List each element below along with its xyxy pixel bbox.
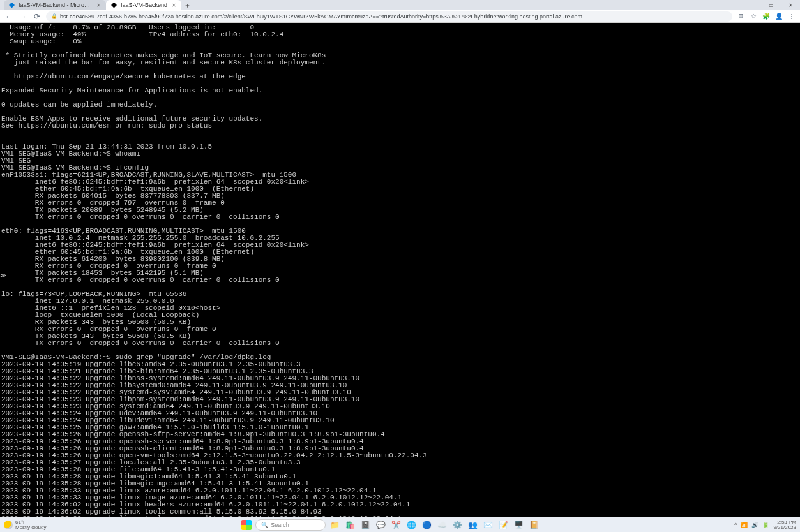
start-button[interactable] bbox=[240, 519, 253, 531]
system-tray: ^ 📶 🔊 🔋 2:53 PM 9/21/2023 bbox=[730, 520, 800, 530]
taskbar-app-teams[interactable]: 👥 bbox=[466, 519, 479, 531]
right-icons: 🖥 ☆ 🧩 👤 ⋮ bbox=[736, 12, 796, 21]
taskbar-app-onenote[interactable]: 📓 bbox=[359, 519, 372, 531]
taskbar-app-vs[interactable]: ⚙️ bbox=[451, 519, 464, 531]
new-tab-button[interactable]: ＋ bbox=[181, 1, 193, 10]
taskbar-app-copilot[interactable]: 💬 bbox=[374, 519, 387, 531]
window-maximize-button[interactable]: ▭ bbox=[762, 0, 781, 10]
window-buttons: — ▭ ✕ bbox=[743, 0, 800, 10]
terminal-icon bbox=[111, 3, 117, 8]
tab-label: IaaS-VM-Backend bbox=[121, 2, 167, 8]
search-icon: 🔍 bbox=[261, 522, 268, 528]
tray-battery-icon[interactable]: 🔋 bbox=[762, 522, 769, 528]
address-row: ← → ⟳ 🔒 bst-cae4c589-7cdf-4356-b785-bea4… bbox=[0, 10, 800, 23]
taskbar-search[interactable]: 🔍 Search bbox=[255, 519, 326, 531]
lock-icon: 🔒 bbox=[51, 13, 57, 19]
extension-icon[interactable]: 🧩 bbox=[762, 12, 771, 21]
tab-strip: IaaS-VM-Backend - Microsoft A… ✕ IaaS-VM… bbox=[0, 0, 800, 10]
expand-sidebar-toggle[interactable]: ≫ bbox=[0, 272, 6, 279]
taskbar-center: 🔍 Search 📁🛍️📓💬✂️🌐🔵☁️⚙️👥✉️📝🖥️📔 bbox=[50, 519, 730, 531]
tab-bastion-terminal[interactable]: IaaS-VM-Backend ✕ bbox=[106, 0, 181, 10]
weather-text: 61°F Mostly cloudy bbox=[15, 520, 46, 530]
taskbar-weather[interactable]: 61°F Mostly cloudy bbox=[0, 520, 50, 530]
taskbar-clock[interactable]: 2:53 PM 9/21/2023 bbox=[773, 520, 796, 530]
tab-azure-portal[interactable]: IaaS-VM-Backend - Microsoft A… ✕ bbox=[4, 0, 106, 10]
terminal-output[interactable]: Usage of /: 8.7% of 28.89GB Users logged… bbox=[0, 23, 800, 517]
address-bar[interactable]: 🔒 bst-cae4c589-7cdf-4356-b785-bea45f90f7… bbox=[46, 11, 732, 22]
bookmark-icon[interactable]: ☆ bbox=[749, 12, 758, 21]
tray-wifi-icon[interactable]: 📶 bbox=[741, 522, 748, 528]
window-minimize-button[interactable]: — bbox=[743, 0, 762, 10]
clock-date: 9/21/2023 bbox=[773, 525, 796, 530]
search-placeholder: Search bbox=[271, 522, 289, 528]
browser-chrome: IaaS-VM-Backend - Microsoft A… ✕ IaaS-VM… bbox=[0, 0, 800, 23]
close-tab-icon[interactable]: ✕ bbox=[171, 3, 176, 8]
tray-chevron-icon[interactable]: ^ bbox=[734, 522, 737, 528]
taskbar-app-onenote2[interactable]: 📔 bbox=[527, 519, 540, 531]
profile-icon[interactable]: 👤 bbox=[774, 12, 783, 21]
taskbar-app-store[interactable]: 🛍️ bbox=[343, 519, 356, 531]
menu-icon[interactable]: ⋮ bbox=[787, 12, 796, 21]
weather-desc: Mostly cloudy bbox=[15, 525, 46, 530]
reload-button[interactable]: ⟳ bbox=[32, 11, 42, 22]
taskbar-app-chrome[interactable]: 🔵 bbox=[420, 519, 433, 531]
close-tab-icon[interactable]: ✕ bbox=[96, 3, 101, 8]
url-text: bst-cae4c589-7cdf-4356-b785-bea45f90f72a… bbox=[60, 13, 582, 20]
taskbar-app-explorer[interactable]: 📁 bbox=[328, 519, 341, 531]
taskbar-app-windows-app[interactable]: 🖥️ bbox=[512, 519, 525, 531]
tray-volume-icon[interactable]: 🔊 bbox=[751, 522, 758, 528]
window-close-button[interactable]: ✕ bbox=[781, 0, 800, 10]
taskbar-app-outlook[interactable]: ✉️ bbox=[481, 519, 494, 531]
azure-icon bbox=[9, 3, 15, 8]
back-button[interactable]: ← bbox=[4, 11, 14, 22]
taskbar: 61°F Mostly cloudy 🔍 Search 📁🛍️📓💬✂️🌐🔵☁️⚙… bbox=[0, 517, 800, 532]
taskbar-app-azure[interactable]: ☁️ bbox=[435, 519, 448, 531]
taskbar-app-edge[interactable]: 🌐 bbox=[405, 519, 418, 531]
tab-label: IaaS-VM-Backend - Microsoft A… bbox=[19, 2, 93, 8]
desktop-icon[interactable]: 🖥 bbox=[736, 12, 745, 21]
taskbar-app-snipping[interactable]: ✂️ bbox=[389, 519, 402, 531]
weather-icon bbox=[4, 521, 13, 529]
taskbar-app-word[interactable]: 📝 bbox=[497, 519, 509, 531]
forward-button[interactable]: → bbox=[18, 11, 28, 22]
